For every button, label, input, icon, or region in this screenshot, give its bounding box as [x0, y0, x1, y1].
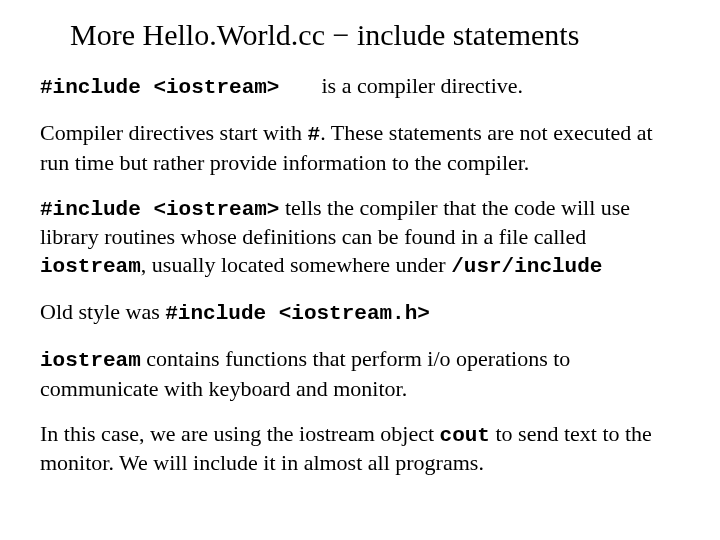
text: In this case, we are using the iostream …: [40, 421, 440, 446]
paragraph-5: iostream contains functions that perform…: [40, 345, 680, 402]
text: is a compiler directive.: [321, 73, 523, 98]
code-include-1: #include <iostream>: [40, 76, 279, 99]
paragraph-4: Old style was #include <iostream.h>: [40, 298, 680, 327]
code-old-include: #include <iostream.h>: [165, 302, 430, 325]
text: Old style was: [40, 299, 165, 324]
paragraph-6: In this case, we are using the iostream …: [40, 420, 680, 477]
slide: More Hello.World.cc − include statements…: [0, 0, 720, 515]
code-path: /usr/include: [451, 255, 602, 278]
hash-symbol: #: [308, 123, 321, 146]
text: , usually located somewhere under: [141, 252, 451, 277]
paragraph-3: #include <iostream> tells the compiler t…: [40, 194, 680, 280]
code-include-2: #include <iostream>: [40, 198, 279, 221]
paragraph-1: #include <iostream>is a compiler directi…: [40, 72, 680, 101]
code-iostream-2: iostream: [40, 349, 141, 372]
slide-title: More Hello.World.cc − include statements: [70, 18, 680, 52]
code-iostream: iostream: [40, 255, 141, 278]
code-cout: cout: [440, 424, 490, 447]
text: Compiler directives start with: [40, 120, 308, 145]
paragraph-2: Compiler directives start with #. These …: [40, 119, 680, 176]
